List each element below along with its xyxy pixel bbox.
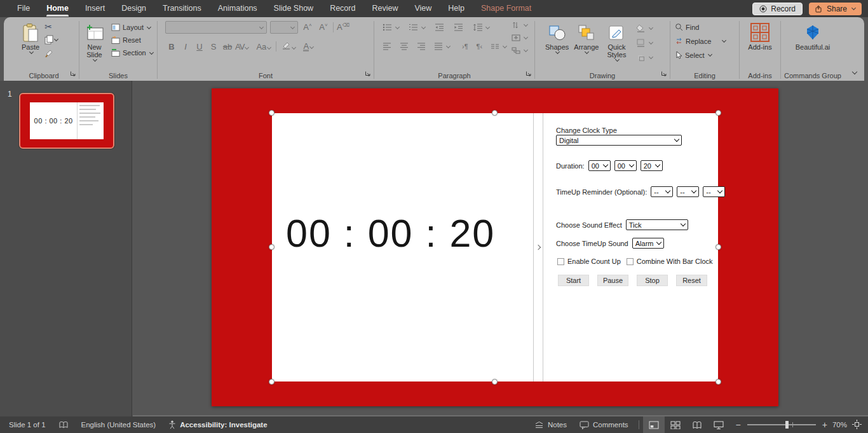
zoom-slider-handle[interactable] [785, 421, 789, 429]
tab-home[interactable]: Home [38, 0, 77, 17]
stop-button[interactable]: Stop [637, 275, 668, 286]
slide-counter[interactable]: Slide 1 of 1 [0, 416, 52, 433]
duration-minutes-select[interactable]: 00 [614, 160, 637, 171]
ltr-direction-icon[interactable]: ›¶ [460, 42, 470, 51]
tab-slide-show[interactable]: Slide Show [266, 0, 322, 17]
reminder-hours-select[interactable]: -- [651, 186, 673, 197]
timeup-sound-select[interactable]: Alarm [632, 238, 664, 249]
shrink-font-button[interactable]: A˅ [317, 22, 330, 32]
start-button[interactable]: Start [558, 275, 589, 286]
selection-handle-middle-left[interactable] [269, 244, 275, 250]
slide-thumbnail[interactable]: 00 : 00 : 20 [19, 93, 114, 149]
layout-button[interactable]: Layout [109, 23, 155, 32]
clipboard-dialog-launcher-icon[interactable] [70, 67, 76, 79]
grow-font-button[interactable]: A˄ [301, 22, 314, 32]
font-size-combo[interactable] [270, 21, 298, 34]
tab-help[interactable]: Help [440, 0, 473, 17]
notes-toggle[interactable]: Notes [528, 416, 573, 433]
tab-review[interactable]: Review [363, 0, 406, 17]
align-text-button[interactable] [510, 34, 529, 42]
tab-design[interactable]: Design [113, 0, 154, 17]
text-direction-button[interactable] [510, 21, 529, 29]
decrease-indent-button[interactable] [433, 23, 446, 32]
justify-button[interactable] [432, 42, 452, 51]
selection-handle-top-right[interactable] [715, 110, 721, 116]
duration-seconds-select[interactable]: 20 [641, 160, 663, 171]
fit-to-window-button[interactable] [852, 420, 868, 430]
record-button[interactable]: Record [752, 3, 803, 15]
quick-styles-button[interactable]: Quick Styles [601, 20, 632, 63]
reset-button-panel[interactable]: Reset [676, 275, 707, 286]
zoom-out-button[interactable]: − [735, 420, 742, 430]
section-button[interactable]: Section [109, 48, 155, 57]
combine-bar-clock-checkbox[interactable] [627, 258, 634, 265]
format-painter-icon[interactable] [44, 49, 53, 57]
tab-insert[interactable]: Insert [77, 0, 113, 17]
share-button[interactable]: Share [809, 3, 862, 15]
reading-view-button[interactable] [686, 416, 708, 433]
align-left-button[interactable] [381, 42, 393, 51]
drawing-dialog-launcher-icon[interactable] [661, 67, 667, 79]
change-case-button[interactable]: Aa [256, 42, 271, 52]
new-slide-button[interactable]: New Slide [82, 20, 107, 63]
align-center-button[interactable] [398, 42, 410, 51]
character-spacing-button[interactable]: AV [235, 42, 248, 52]
convert-smartart-button[interactable] [510, 46, 529, 55]
increase-indent-button[interactable] [452, 23, 465, 32]
clock-type-select[interactable]: Digital [556, 135, 682, 146]
spell-check-button[interactable] [52, 416, 75, 433]
accessibility-status[interactable]: Accessibility: Investigate [162, 416, 273, 433]
cut-icon[interactable]: ✂ [44, 23, 58, 31]
selection-handle-top-middle[interactable] [492, 110, 498, 116]
copy-button[interactable] [44, 35, 58, 45]
font-color-button[interactable]: A [302, 41, 315, 52]
replace-button[interactable]: Replace [673, 36, 728, 46]
tab-file[interactable]: File [9, 0, 38, 17]
clear-formatting-button[interactable]: A⌫ [337, 22, 349, 32]
bold-button[interactable]: B [165, 42, 178, 52]
normal-view-button[interactable] [643, 416, 665, 433]
zoom-in-button[interactable]: + [821, 420, 829, 430]
arrange-button[interactable]: Arrange [571, 20, 601, 55]
font-dialog-launcher-icon[interactable] [365, 67, 370, 79]
columns-button[interactable] [489, 43, 508, 50]
shape-effects-button[interactable] [634, 53, 654, 62]
shapes-button[interactable]: Shapes [543, 20, 571, 55]
line-spacing-button[interactable] [471, 23, 491, 32]
tab-view[interactable]: View [406, 0, 440, 17]
slide-canvas[interactable]: 00 : 00 : 20 Change Clock Type Digital D… [132, 81, 868, 416]
rtl-direction-icon[interactable]: ¶‹ [475, 42, 485, 51]
strikethrough-button[interactable]: ab [221, 42, 234, 52]
italic-button[interactable]: I [179, 42, 192, 52]
comments-toggle[interactable]: Comments [573, 416, 635, 433]
duration-hours-select[interactable]: 00 [588, 160, 611, 171]
text-shadow-button[interactable]: S [207, 42, 220, 52]
reminder-minutes-select[interactable]: -- [677, 186, 699, 197]
zoom-level[interactable]: 70% [829, 421, 852, 429]
addins-button[interactable]: Add-ins [745, 20, 774, 52]
slide-sorter-view-button[interactable] [665, 416, 686, 433]
shape-outline-button[interactable] [634, 38, 654, 48]
slide[interactable]: 00 : 00 : 20 Change Clock Type Digital D… [212, 88, 778, 406]
collapse-ribbon-icon[interactable] [851, 65, 857, 77]
reminder-seconds-select[interactable]: -- [703, 186, 725, 197]
slide-show-button[interactable] [708, 416, 729, 433]
highlight-color-button[interactable] [281, 41, 295, 52]
paragraph-dialog-launcher-icon[interactable] [526, 67, 531, 79]
align-right-button[interactable] [415, 42, 428, 51]
tab-transitions[interactable]: Transitions [154, 0, 210, 17]
selection-handle-top-left[interactable] [269, 110, 275, 116]
zoom-slider[interactable] [747, 424, 816, 425]
language-indicator[interactable]: English (United States) [75, 416, 163, 433]
underline-button[interactable]: U [193, 42, 206, 52]
chevron-right-icon[interactable] [536, 245, 541, 250]
selection-handle-bottom-right[interactable] [715, 379, 721, 385]
selection-handle-bottom-middle[interactable] [492, 379, 498, 385]
numbering-button[interactable] [407, 23, 427, 32]
selection-handle-middle-right[interactable] [715, 244, 721, 250]
shape-fill-button[interactable] [634, 24, 654, 33]
count-up-checkbox[interactable] [557, 258, 564, 265]
beautiful-ai-button[interactable]: Beautiful.ai [793, 20, 832, 52]
reset-button[interactable]: Reset [109, 36, 155, 45]
selection-handle-bottom-left[interactable] [269, 379, 275, 385]
